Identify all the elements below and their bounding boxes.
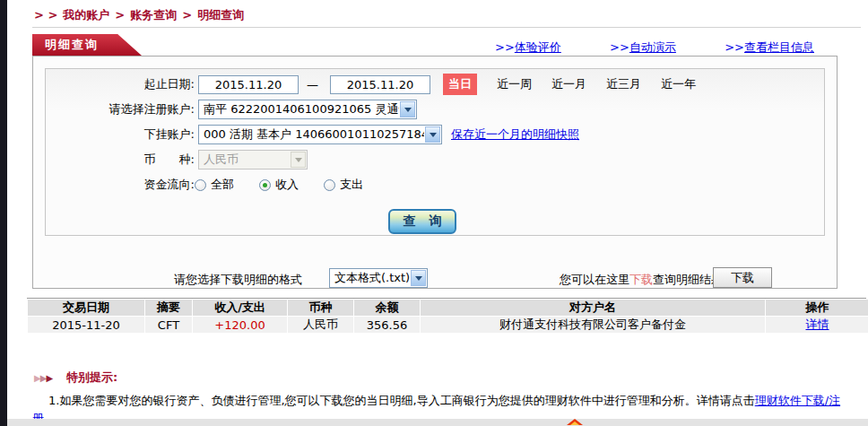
download-hint: 您可以在这里下载查询明细结果 xyxy=(560,272,723,288)
header-summary: 摘要 xyxy=(145,300,192,316)
scroll-up-arrow-icon[interactable] xyxy=(567,419,583,425)
sub-account-row: 下挂账户: 000 活期 基本户 1406600101102571848 保存近… xyxy=(46,122,824,147)
experience-review-link[interactable]: >>体验评价 xyxy=(495,39,561,56)
flow-option-all-label: 全部 xyxy=(211,177,234,193)
flow-option-income-label: 收入 xyxy=(275,177,299,193)
breadcrumb-current-page: 明细查询 xyxy=(197,8,244,22)
save-monthly-snapshot-link[interactable]: 保存近一个月的明细快照 xyxy=(451,126,579,143)
query-panel: 起止日期: — 当日 近一周 近一月 近三月 近一年 请选择注册账户: 南平 6… xyxy=(32,56,838,289)
chevron-down-icon xyxy=(425,126,440,143)
cell-transaction-date: 2015-11-20 xyxy=(28,317,144,333)
header-currency: 币种 xyxy=(288,300,353,316)
cell-summary: CFT xyxy=(145,317,192,333)
chevron-down-icon xyxy=(291,152,306,168)
breadcrumb-separator: > xyxy=(115,8,125,22)
flow-option-income[interactable]: 收入 xyxy=(259,177,299,193)
query-button-row: 查 询 xyxy=(46,209,824,234)
breadcrumb-account-query[interactable]: 账务查询 xyxy=(130,8,177,22)
radio-icon xyxy=(195,179,206,191)
sub-account-label: 下挂账户: xyxy=(46,126,195,143)
tab-detail-query: 明细查询 xyxy=(32,34,142,56)
header-balance: 余额 xyxy=(354,300,420,316)
download-format-select[interactable]: 文本格式(.txt) xyxy=(329,268,428,288)
header-transaction-date: 交易日期 xyxy=(28,300,144,316)
breadcrumb-prefix: > > xyxy=(34,8,57,22)
register-account-row: 请选择注册账户: 南平 6222001406100921065 灵通卡 xyxy=(46,97,824,122)
notice-title: 特别提示: xyxy=(66,369,117,386)
finance-software-download-link[interactable]: 理财软件下载/注 xyxy=(755,394,840,407)
table-header-row: 交易日期 摘要 收入/支出 币种 余额 对方户名 操作 xyxy=(28,300,868,316)
page: > >我的账户>账务查询>明细查询 明细查询 >>体验评价 >>自动演示 >>查… xyxy=(0,0,868,426)
register-account-value: 南平 6222001406100921065 灵通卡 xyxy=(204,101,399,117)
flow-option-expense-label: 支出 xyxy=(340,177,363,193)
auto-demo-link[interactable]: >>自动演示 xyxy=(610,39,676,56)
cell-currency: 人民币 xyxy=(288,317,353,333)
download-hint-prefix: 您可以在这里 xyxy=(560,273,629,286)
date-range-row: 起止日期: — 当日 近一周 近一月 近三月 近一年 xyxy=(46,72,824,97)
currency-label: 币 种: xyxy=(46,152,195,168)
register-account-label: 请选择注册账户: xyxy=(46,101,195,117)
link-prefix: >> xyxy=(495,40,515,54)
notice-line-1: 1.如果您需要对您的银行资产、负债进行管理,您可以下载您的当日明细,导入工商银行… xyxy=(32,393,841,408)
download-format-label: 请您选择下载明细的格式 xyxy=(174,272,302,288)
download-hint-highlight: 下载 xyxy=(629,273,653,286)
top-links: >>体验评价 >>自动演示 >>查看栏目信息 xyxy=(495,39,814,56)
cell-income-expense: +120.00 xyxy=(193,317,287,333)
date-range-dash: — xyxy=(307,78,318,91)
tab-title: 明细查询 xyxy=(45,38,99,51)
range-last-year-link[interactable]: 近一年 xyxy=(661,76,696,92)
breadcrumb-separator: > xyxy=(182,8,192,22)
notice-text: 1.如果您需要对您的银行资产、负债进行管理,您可以下载您的当日明细,导入工商银行… xyxy=(48,394,755,407)
sub-account-select[interactable]: 000 活期 基本户 1406600101102571848 xyxy=(198,125,442,144)
special-notice: ▶▶▶ 特别提示: 1.如果您需要对您的银行资产、负债进行管理,您可以下载您的当… xyxy=(32,369,841,426)
sub-account-value: 000 活期 基本户 1406600101102571848 xyxy=(204,126,424,143)
link-label: 自动演示 xyxy=(629,40,676,54)
header-counterparty: 对方户名 xyxy=(421,300,765,316)
breadcrumb-my-account[interactable]: 我的账户 xyxy=(63,8,109,22)
range-last-month-link[interactable]: 近一月 xyxy=(551,76,586,92)
header-income-expense: 收入/支出 xyxy=(193,300,287,316)
radio-icon xyxy=(324,179,335,191)
currency-value: 人民币 xyxy=(204,152,290,168)
query-form: 起止日期: — 当日 近一周 近一月 近三月 近一年 请选择注册账户: 南平 6… xyxy=(45,68,825,236)
detail-link[interactable]: 详情 xyxy=(806,317,829,331)
link-prefix: >> xyxy=(725,40,744,54)
fund-flow-row: 资金流向: 全部 收入 支出 xyxy=(46,172,824,197)
cell-balance: 356.56 xyxy=(354,317,420,333)
date-to-input[interactable] xyxy=(330,75,430,94)
range-last-week-link[interactable]: 近一周 xyxy=(497,76,532,92)
cell-action: 详情 xyxy=(766,317,868,333)
query-button[interactable]: 查 询 xyxy=(388,209,456,234)
header-action: 操作 xyxy=(766,300,868,316)
radio-icon xyxy=(259,179,271,191)
horizontal-divider xyxy=(32,27,861,28)
link-label: 体验评价 xyxy=(515,40,561,54)
date-range-label: 起止日期: xyxy=(46,76,195,92)
register-account-select[interactable]: 南平 6222001406100921065 灵通卡 xyxy=(198,100,417,119)
fund-flow-label: 资金流向: xyxy=(46,177,195,193)
link-prefix: >> xyxy=(610,40,629,54)
currency-select-disabled: 人民币 xyxy=(198,150,308,170)
link-label: 查看栏目信息 xyxy=(744,40,814,54)
chevron-down-icon xyxy=(400,101,415,117)
notice-title-row: ▶▶▶ 特别提示: xyxy=(32,369,841,386)
date-from-input[interactable] xyxy=(198,75,299,94)
range-last-3-months-link[interactable]: 近三月 xyxy=(606,76,641,92)
currency-row: 币 种: 人民币 xyxy=(46,147,824,172)
download-format-value: 文本格式(.txt) xyxy=(334,270,410,286)
bottom-bar xyxy=(0,419,868,426)
flow-option-all[interactable]: 全部 xyxy=(195,177,234,193)
view-column-info-link[interactable]: >>查看栏目信息 xyxy=(725,39,814,56)
breadcrumb: > >我的账户>账务查询>明细查询 xyxy=(34,7,249,23)
table-row: 2015-11-20 CFT +120.00 人民币 356.56 财付通支付科… xyxy=(28,317,868,333)
result-table: 交易日期 摘要 收入/支出 币种 余额 对方户名 操作 2015-11-20 C… xyxy=(27,299,868,334)
left-edge-strip xyxy=(0,0,7,426)
triple-arrow-icon: ▶▶▶ xyxy=(34,373,52,383)
range-today-button[interactable]: 当日 xyxy=(443,74,477,95)
download-button[interactable]: 下载 xyxy=(713,267,772,288)
result-table-wrap: 交易日期 摘要 收入/支出 币种 余额 对方户名 操作 2015-11-20 C… xyxy=(27,298,866,334)
chevron-down-icon xyxy=(411,270,426,286)
cell-counterparty: 财付通支付科技有限公司客户备付金 xyxy=(421,317,765,333)
flow-option-expense[interactable]: 支出 xyxy=(324,177,363,193)
